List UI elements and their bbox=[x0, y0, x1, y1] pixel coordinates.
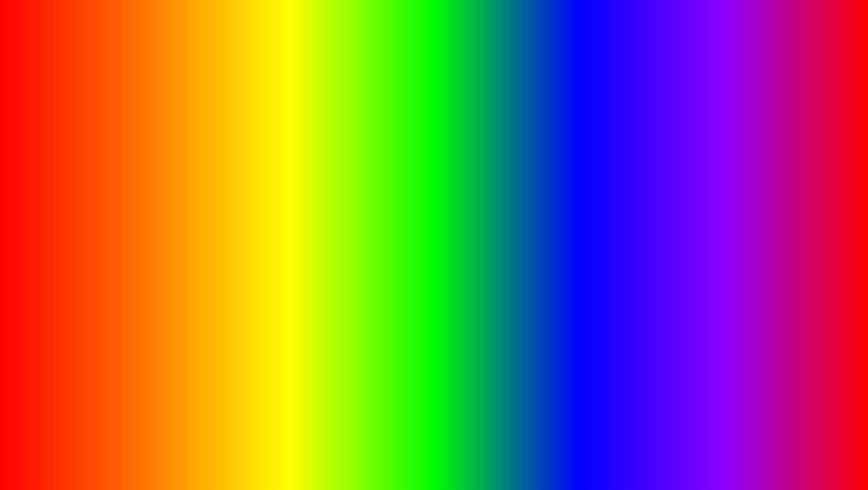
right-user-icon: 👤 bbox=[640, 119, 647, 125]
health-row[interactable]: ℝ Full... At H... min ... % 25 bbox=[74, 166, 206, 177]
sidebar-islands-label: • Islands bbox=[32, 173, 51, 178]
left-header-left: (1... [bio] Pul bbox=[25, 107, 53, 112]
start-farm-toggle[interactable] bbox=[827, 184, 841, 191]
right-setting-label: • Setting bbox=[647, 141, 666, 146]
sidebar-item-shop[interactable]: 🛒 • Shop bbox=[22, 203, 71, 214]
no-miss-label: NO MISS SKILL bbox=[21, 75, 210, 102]
left-area: NO MISS SKILL (1... [bio] Pul 01/10/24..… bbox=[21, 75, 393, 289]
right-sidebar-main[interactable]: 🏠 • Main bbox=[637, 127, 686, 138]
right-sidebar-stats[interactable]: 📊 • Stats bbox=[637, 160, 686, 170]
right-fruit-label: • Fruit bbox=[649, 205, 662, 211]
sidebar-item-fruit[interactable]: 🍎 • Fruit bbox=[22, 192, 71, 203]
select-weapon-value: Melee bbox=[818, 130, 841, 137]
right-fruit-icon: 🍎 bbox=[640, 205, 647, 211]
fast-attack-label: | Fast Attack Mode bbox=[700, 143, 816, 149]
sidebar-item-islands[interactable]: 🏝 • Islands bbox=[22, 170, 71, 181]
select-weapon-label: | Select Weapon bbox=[700, 131, 816, 136]
skill-z-icon: ℝ bbox=[77, 181, 83, 187]
fast-attack-value: Default bbox=[818, 143, 841, 149]
right-otherfarm-label: • OtherFarm bbox=[649, 151, 676, 157]
right-sidebar-shop[interactable]: 🛒 • Shop bbox=[637, 214, 686, 224]
select-weapon-icon: ℝ bbox=[692, 130, 698, 137]
gun-toggle[interactable] bbox=[189, 156, 203, 162]
right-sidebar-user[interactable]: 👤 • User bbox=[637, 116, 686, 127]
gun-row[interactable]: ℝ Auto Farm Mastery (Gun) bbox=[74, 153, 206, 164]
sidebar-dungeon-label: • Dungeon bbox=[34, 184, 57, 189]
right-game-panel: RELZ 01/10/2C... M [ID] 👤 • User 🏠 bbox=[636, 104, 847, 227]
right-dungeon-icon: 🏰 bbox=[640, 194, 647, 200]
logo-bl: BL bbox=[723, 437, 747, 457]
mobile-android-block: MOBILE ✓ ANDROID ✓ bbox=[21, 219, 210, 289]
devil-fruit-label: Auto Farm Mastery (Devil Fruit) bbox=[85, 143, 188, 149]
right-sidebar-islands[interactable]: 🏝 • Islands bbox=[637, 181, 686, 192]
right-sidebar-combat[interactable]: ⚔ • Combat bbox=[637, 170, 686, 181]
sidebar-user-label: • User bbox=[34, 119, 47, 125]
left-game-panel: (1... [bio] Pul 01/10/24... M [ID] 👤 • U… bbox=[21, 104, 210, 216]
islands-icon: 🏝 bbox=[25, 173, 31, 179]
left-panel-header: (1... [bio] Pul 01/10/24... M [ID] bbox=[22, 105, 209, 115]
devil-fruit-icon: ℝ bbox=[77, 143, 83, 149]
sidebar-item-dungeon[interactable]: 🏰 • Dungeon bbox=[22, 181, 71, 192]
chest-button[interactable]: >>> Chest <<< bbox=[689, 195, 844, 204]
setting-icon: ⚙ bbox=[25, 140, 30, 147]
right-islands-label: • Islands bbox=[648, 184, 667, 189]
sidebar-item-setting[interactable]: ⚙ • Setting bbox=[22, 138, 71, 149]
skill-x-label: | Use Skill X bbox=[85, 194, 188, 199]
right-islands-icon: 🏝 bbox=[640, 183, 646, 190]
right-sidebar-otherfarm[interactable]: 🌾 • OtherFarm bbox=[637, 149, 686, 160]
mobile-label: MOBILE ✓ bbox=[25, 219, 210, 254]
right-stats-icon: 📊 bbox=[640, 162, 647, 168]
sidebar-fruit-label: • Fruit bbox=[34, 195, 47, 200]
sidebar-setting-label: • Setting bbox=[32, 141, 50, 146]
right-combat-label: • Combat bbox=[647, 173, 667, 178]
skill-x-toggle[interactable] bbox=[189, 193, 203, 200]
fast-attack-icon: ℝ bbox=[692, 143, 698, 149]
right-panel-body: 👤 • User 🏠 • Main ⚙ • Setting bbox=[637, 115, 846, 226]
right-area: BEST TOP !!! RELZ 01/10/2C... M [ID] 👤 •… bbox=[475, 75, 847, 227]
sidebar-item-stats[interactable]: 📊 • Stats bbox=[22, 149, 71, 160]
select-type-row[interactable]: ℝ | Select type Quest bbox=[74, 128, 206, 139]
logo-box: BL ☠ FRUITS bbox=[715, 431, 841, 463]
logo-area: BL ☠ FRUITS bbox=[715, 431, 841, 463]
right-sidebar: 👤 • User 🏠 • Main ⚙ • Setting bbox=[637, 115, 686, 226]
right-panel-header: RELZ 01/10/2C... M [ID] bbox=[637, 105, 846, 115]
sidebar-item-combat[interactable]: ⚔ • Combat bbox=[22, 160, 71, 170]
right-setting-icon: ⚙ bbox=[640, 140, 645, 147]
right-otherfarm-icon: 🌾 bbox=[640, 151, 647, 157]
select-type-label: | Select type bbox=[85, 131, 179, 136]
select-mode-icon: ℝ bbox=[692, 156, 698, 162]
right-stats-label: • Stats bbox=[649, 162, 663, 168]
fast-attack-row[interactable]: ℝ | Fast Attack Mode Default bbox=[689, 141, 844, 151]
right-sidebar-setting[interactable]: ⚙ • Setting bbox=[637, 138, 686, 149]
right-shop-label: • Shop bbox=[649, 216, 664, 222]
sidebar-shop-label: • Shop bbox=[34, 205, 49, 211]
start-farm-label: | Start Auto Farm bbox=[700, 185, 825, 190]
select-weapon-row[interactable]: ℝ | Select Weapon Melee bbox=[689, 128, 844, 139]
main-content: BLOX FRUITS NO MISS SKILL (1... [bio] Pu… bbox=[3, 3, 865, 487]
sidebar-item-main[interactable]: 🏠 • Main bbox=[22, 127, 71, 138]
devil-fruit-toggle[interactable] bbox=[189, 143, 203, 149]
right-main-icon: 🏠 bbox=[640, 129, 647, 136]
skill-z-row[interactable]: ℝ | Use Skill Z bbox=[74, 178, 206, 189]
right-shop-icon: 🛒 bbox=[640, 216, 647, 222]
sidebar-item-user[interactable]: 👤 • User bbox=[22, 116, 71, 127]
skill-x-row[interactable]: ℝ | Use Skill X bbox=[74, 191, 206, 202]
start-farm-icon: ℝ bbox=[692, 184, 698, 191]
shop-icon: 🛒 bbox=[25, 205, 32, 211]
best-top-label: BEST TOP !!! bbox=[690, 75, 847, 102]
devil-fruit-row[interactable]: ℝ Auto Farm Mastery (Devil Fruit) bbox=[74, 141, 206, 151]
start-farm-row[interactable]: ℝ | Start Auto Farm bbox=[689, 182, 844, 193]
skill-z-toggle[interactable] bbox=[189, 181, 203, 187]
logo-skull: ☠ bbox=[751, 438, 765, 456]
logo-fruits: FRUITS bbox=[768, 437, 833, 457]
right-main-label: • Main bbox=[649, 130, 663, 135]
page-title: BLOX FRUITS bbox=[214, 7, 653, 70]
select-mode-label: | Select Mode Farm bbox=[700, 156, 809, 161]
mastery-farm-title: >>> Mastery Farm <<< bbox=[74, 117, 206, 125]
right-sidebar-dungeon[interactable]: 🏰 • Dungeon bbox=[637, 192, 686, 203]
select-type-value: Quest bbox=[180, 130, 203, 137]
select-mode-row[interactable]: ℝ | Select Mode Farm Level Farm bbox=[689, 153, 844, 164]
select-type-icon: ℝ bbox=[77, 130, 83, 137]
right-user-label: • User bbox=[649, 119, 662, 125]
right-sidebar-fruit[interactable]: 🍎 • Fruit bbox=[637, 203, 686, 214]
